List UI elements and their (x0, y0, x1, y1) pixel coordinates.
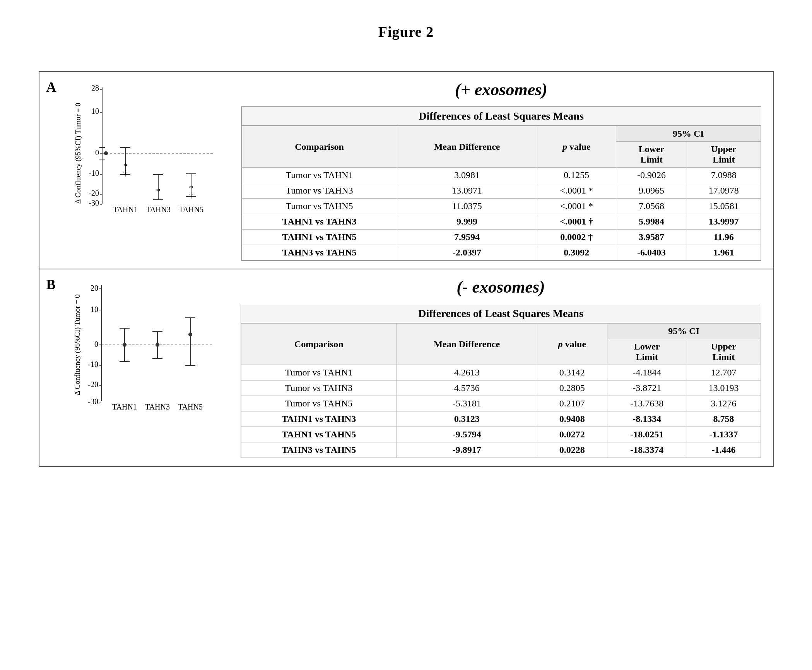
cell-comparison: Tumor vs TAHN1 (242, 168, 397, 183)
panel-a-header: (+ exosomes) (455, 80, 547, 99)
cell-mean-diff: 3.0981 (397, 168, 537, 183)
svg-text:*: * (156, 186, 160, 196)
svg-text:Δ Confluency (95%CI) Tumor = 0: Δ Confluency (95%CI) Tumor = 0 (73, 295, 82, 396)
svg-text:-20: -20 (89, 189, 99, 197)
cell-lower: -6.0403 (616, 245, 687, 260)
cell-pvalue: <.0001 * (537, 199, 616, 214)
cell-mean-diff: 13.0971 (397, 183, 537, 199)
panel-a-chart: 28 10 0 -10 -20 -30 Δ Confluency (95%CI)… (63, 72, 234, 269)
svg-text:-30: -30 (88, 397, 98, 406)
cell-pvalue: 0.3092 (537, 245, 616, 260)
cell-comparison: TAHN1 vs TAHN3 (242, 214, 397, 230)
cell-lower: -18.0251 (607, 427, 687, 442)
svg-text:Δ Confluency (95%CI) Tumor = 0: Δ Confluency (95%CI) Tumor = 0 (74, 103, 82, 204)
cell-lower: -13.7638 (607, 396, 687, 411)
cell-mean-diff: 11.0375 (397, 199, 537, 214)
cell-upper: 11.96 (687, 230, 761, 245)
cell-mean-diff: -5.3181 (397, 396, 537, 411)
panel-a-right: (+ exosomes) Differences of Least Square… (234, 72, 773, 269)
cell-pvalue: 0.0272 (537, 427, 607, 442)
cell-upper: 13.0193 (687, 380, 761, 396)
table-row: Tumor vs TAHN5 -5.3181 0.2107 -13.7638 3… (241, 396, 761, 411)
cell-comparison: Tumor vs TAHN3 (241, 380, 397, 396)
cell-upper: 13.9997 (687, 214, 761, 230)
col-lower-a: LowerLimit (616, 142, 687, 168)
cell-comparison: Tumor vs TAHN3 (242, 183, 397, 199)
cell-mean-diff: 4.5736 (397, 380, 537, 396)
svg-text:20: 20 (91, 284, 98, 292)
cell-lower: 7.0568 (616, 199, 687, 214)
svg-text:-30: -30 (89, 199, 99, 207)
panel-b-table-container: Differences of Least Squares Means Compa… (241, 304, 761, 458)
svg-text:-20: -20 (88, 380, 98, 389)
col-ci-a: 95% CI (616, 126, 761, 142)
svg-text:28: 28 (91, 84, 99, 92)
col-pvalue-a: p value (537, 126, 616, 168)
panel-b: B 20 10 0 -10 -20 -30 Δ (39, 269, 773, 466)
col-lower-b: LowerLimit (607, 339, 687, 365)
panel-b-label: B (39, 269, 63, 466)
cell-pvalue: 0.0228 (537, 442, 607, 458)
panel-a-table-title: Differences of Least Squares Means (242, 107, 761, 126)
svg-text:TAHN5: TAHN5 (178, 403, 203, 411)
cell-pvalue: 0.2107 (537, 396, 607, 411)
svg-text:TAHN3: TAHN3 (145, 403, 170, 411)
figure-title: Figure 2 (378, 23, 434, 40)
panel-b-svg: 20 10 0 -10 -20 -30 Δ Confluency (95%CI)… (67, 277, 229, 416)
cell-upper: -1.446 (687, 442, 761, 458)
panel-b-table-title: Differences of Least Squares Means (241, 304, 761, 323)
cell-lower: 3.9587 (616, 230, 687, 245)
col-comparison-a: Comparison (242, 126, 397, 168)
cell-lower: 9.0965 (616, 183, 687, 199)
svg-text:TAHN1: TAHN1 (113, 205, 138, 214)
cell-pvalue: 0.2805 (537, 380, 607, 396)
cell-lower: -3.8721 (607, 380, 687, 396)
cell-lower: 5.9984 (616, 214, 687, 230)
cell-mean-diff: 9.999 (397, 214, 537, 230)
panel-a-table-container: Differences of Least Squares Means Compa… (241, 106, 761, 261)
svg-point-32 (104, 151, 108, 155)
cell-pvalue: 0.1255 (537, 168, 616, 183)
svg-text:-10: -10 (88, 360, 98, 368)
svg-text:0: 0 (94, 340, 98, 348)
cell-upper: 12.707 (687, 365, 761, 380)
cell-pvalue: <.0001 † (537, 214, 616, 230)
cell-pvalue: 0.3142 (537, 365, 607, 380)
cell-pvalue: 0.0002 † (537, 230, 616, 245)
col-pvalue-b: p value (537, 324, 607, 365)
table-row: TAHN1 vs TAHN3 9.999 <.0001 † 5.9984 13.… (242, 214, 761, 230)
table-row: Tumor vs TAHN3 4.5736 0.2805 -3.8721 13.… (241, 380, 761, 396)
col-upper-b: UpperLimit (687, 339, 761, 365)
table-row: TAHN3 vs TAHN5 -2.0397 0.3092 -6.0403 1.… (242, 245, 761, 260)
cell-lower: -4.1844 (607, 365, 687, 380)
cell-lower: -8.1334 (607, 411, 687, 427)
panel-a-svg: 28 10 0 -10 -20 -30 Δ Confluency (95%CI)… (67, 80, 230, 219)
cell-upper: 8.758 (687, 411, 761, 427)
cell-comparison: Tumor vs TAHN5 (242, 199, 397, 214)
table-row: TAHN3 vs TAHN5 -9.8917 0.0228 -18.3374 -… (241, 442, 761, 458)
svg-text:0: 0 (95, 148, 99, 157)
col-comparison-b: Comparison (241, 324, 397, 365)
panel-b-chart: 20 10 0 -10 -20 -30 Δ Confluency (95%CI)… (63, 269, 233, 466)
table-row: Tumor vs TAHN1 4.2613 0.3142 -4.1844 12.… (241, 365, 761, 380)
cell-upper: 3.1276 (687, 396, 761, 411)
table-row: Tumor vs TAHN3 13.0971 <.0001 * 9.0965 1… (242, 183, 761, 199)
table-row: TAHN1 vs TAHN5 -9.5794 0.0272 -18.0251 -… (241, 427, 761, 442)
cell-upper: 1.961 (687, 245, 761, 260)
svg-text:10: 10 (91, 107, 99, 115)
table-row: Tumor vs TAHN1 3.0981 0.1255 -0.9026 7.0… (242, 168, 761, 183)
cell-pvalue: 0.9408 (537, 411, 607, 427)
svg-text:TAHN5: TAHN5 (179, 205, 203, 214)
cell-comparison: TAHN3 vs TAHN5 (241, 442, 397, 458)
svg-text:-10: -10 (89, 169, 99, 177)
panel-a-table: Comparison Mean Difference p value 95% C… (242, 126, 761, 260)
table-row: TAHN1 vs TAHN3 0.3123 0.9408 -8.1334 8.7… (241, 411, 761, 427)
svg-text:†: † (123, 168, 127, 178)
svg-point-58 (156, 343, 159, 347)
cell-comparison: TAHN1 vs TAHN5 (242, 230, 397, 245)
cell-pvalue: <.0001 * (537, 183, 616, 199)
cell-comparison: TAHN3 vs TAHN5 (242, 245, 397, 260)
svg-point-54 (123, 343, 127, 347)
col-mean-diff-a: Mean Difference (397, 126, 537, 168)
table-row: TAHN1 vs TAHN5 7.9594 0.0002 † 3.9587 11… (242, 230, 761, 245)
